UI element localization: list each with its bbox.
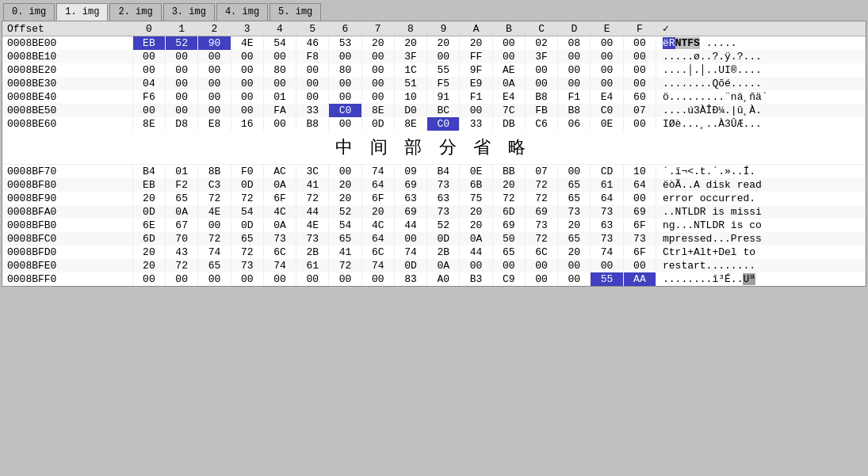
table-row: 0008BE608ED8E81600B8000D8EC033DBC6060E00… [2,117,866,131]
cell-byte: B3 [460,272,492,286]
cell-byte: 73 [427,205,460,219]
cell-byte: 4E [296,219,329,232]
cell-byte: 00 [492,50,525,63]
cell-byte: 00 [623,36,656,51]
tab-5[interactable]: 5. img [270,3,321,21]
cell-byte: 00 [296,63,329,77]
cell-byte: 00 [591,63,623,77]
omit-row: 中 间 部 分 省 略 [2,131,866,165]
cell-byte: B4 [132,165,165,179]
cell-byte: 72 [492,192,525,205]
cell-byte: 51 [394,77,426,90]
cell-byte: 00 [525,77,557,90]
cell-byte: 00 [198,104,231,117]
tab-3[interactable]: 3. img [163,3,215,21]
cell-ascii: IØè...¸..À3ÛÆ... [656,117,866,131]
cell-byte: 69 [394,178,426,192]
header-col-2: 2 [198,21,231,36]
cell-byte: 00 [558,63,591,77]
cell-byte: 00 [132,272,165,286]
cell-byte: B8 [525,90,557,104]
cell-byte: 0A [460,232,492,246]
cell-byte: 50 [492,232,525,246]
cell-byte: 00 [231,104,263,117]
cell-byte: 00 [329,50,361,63]
cell-byte: 65 [166,192,198,205]
cell-byte: F5 [427,77,460,90]
cell-byte: 00 [427,50,460,63]
cell-byte: 6E [132,219,165,232]
cell-byte: 00 [525,259,557,272]
cell-byte: 0D [231,219,263,232]
cell-byte: 54 [263,36,296,51]
cell-byte: BC [427,104,460,117]
header-offset: Offset [2,21,132,36]
cell-byte: 10 [394,90,426,104]
cell-byte: 72 [231,246,263,259]
cell-byte: 72 [525,178,557,192]
cell-byte: 60 [623,90,656,104]
cell-byte: 53 [329,36,361,51]
cell-byte: 6F [623,246,656,259]
cell-offset: 0008BF80 [2,178,132,192]
cell-byte: 00 [460,104,492,117]
cell-byte: 20 [361,36,394,51]
cell-byte: 44 [296,205,329,219]
header-col-F: F [623,21,656,36]
cell-byte: 6D [132,232,165,246]
cell-byte: 7C [492,104,525,117]
cell-byte: 20 [132,192,165,205]
cell-byte: 0A [427,259,460,272]
cell-byte: FB [525,104,557,117]
cell-byte: 00 [231,50,263,63]
cell-byte: 55 [427,63,460,77]
header-col-B: B [492,21,525,36]
cell-byte: 61 [296,259,329,272]
cell-byte: CD [591,165,623,179]
cell-byte: 6C [263,246,296,259]
cell-byte: 00 [198,272,231,286]
cell-byte: 00 [231,272,263,286]
cell-byte: 41 [296,178,329,192]
cell-byte: 08 [558,36,591,51]
cell-byte: 8E [361,104,394,117]
cell-byte: E4 [492,90,525,104]
table-row: 0008BF70B4018BF0AC3C007409B40EBB0700CD10… [2,165,866,179]
cell-ascii: ....│.│..UI®.... [656,63,866,77]
cell-byte: 0D [361,117,394,131]
cell-byte: 16 [231,117,263,131]
cell-offset: 0008BE00 [2,36,132,51]
cell-offset: 0008BFA0 [2,205,132,219]
cell-byte: 00 [231,90,263,104]
cell-byte: 00 [558,259,591,272]
tab-0[interactable]: 0. img [3,3,55,21]
cell-byte: 72 [166,259,198,272]
cell-byte: 00 [263,117,296,131]
tab-2[interactable]: 2. img [109,3,161,21]
cell-byte: 8B [198,165,231,179]
cell-ascii: ´.ï¬<.t.´.»..Í. [656,165,866,179]
cell-ascii: mpressed...Press [656,232,866,246]
table-row: 0008BE40F6000000010000001091F1E4B8F1E460… [2,90,866,104]
cell-byte: 33 [460,117,492,131]
cell-byte: 72 [231,192,263,205]
cell-byte: C0 [591,104,623,117]
cell-byte: 00 [394,232,426,246]
cell-offset: 0008BFD0 [2,246,132,259]
tab-1[interactable]: 1. img [56,3,108,21]
cell-byte: 00 [166,63,198,77]
cell-byte: C6 [525,117,557,131]
cell-byte: 74 [394,246,426,259]
table-row: 0008BFF0000000000000000083A0B3C9000055AA… [2,272,866,286]
cell-byte: 65 [558,232,591,246]
cell-byte: 69 [394,205,426,219]
cell-offset: 0008BF70 [2,165,132,179]
cell-ascii: restart........ [656,259,866,272]
cell-byte: 00 [296,77,329,90]
header-col-6: 6 [329,21,361,36]
table-row: 0008BE2000000000800080001C559FAE00000000… [2,63,866,77]
tab-4[interactable]: 4. img [216,3,268,21]
cell-byte: 6C [361,246,394,259]
header-col-0: 0 [132,21,165,36]
cell-byte: 6F [623,219,656,232]
